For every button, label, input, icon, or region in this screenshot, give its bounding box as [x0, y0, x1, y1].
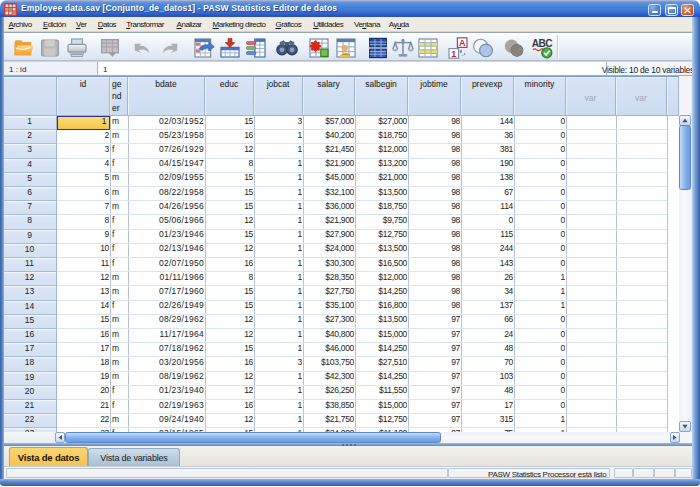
- svg-text:ABC: ABC: [532, 38, 554, 49]
- svg-text:1: 1: [451, 49, 456, 59]
- svg-text:A: A: [459, 38, 466, 48]
